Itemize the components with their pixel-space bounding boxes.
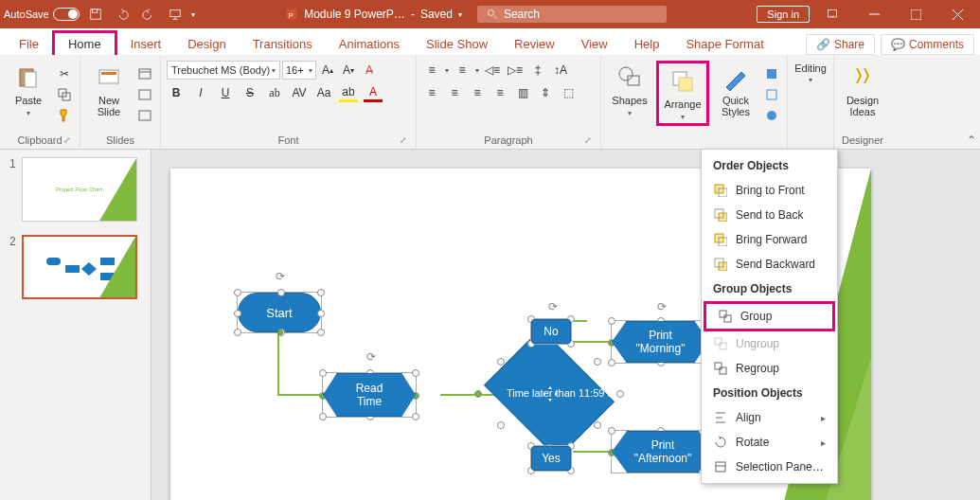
connector[interactable] [277, 332, 279, 394]
quick-styles-button[interactable]: Quick Styles [713, 61, 758, 117]
tab-animations[interactable]: Animations [326, 33, 413, 55]
rotate-handle-icon[interactable]: ⟳ [655, 300, 668, 313]
shape-fill-icon[interactable] [762, 64, 781, 83]
tab-home[interactable]: Home [52, 30, 117, 55]
italic-button[interactable]: I [191, 83, 210, 102]
menu-group[interactable]: Group [704, 301, 835, 331]
shape-print-afternoon[interactable]: Print "Afternoon" [611, 430, 715, 473]
slide-thumb-2[interactable]: 2 [9, 235, 141, 299]
tab-insert[interactable]: Insert [117, 33, 175, 55]
rotate-handle-icon[interactable]: ⟳ [274, 270, 287, 283]
cut-icon[interactable]: ✂ [55, 64, 74, 83]
indent-dec-icon[interactable]: ◁≡ [483, 61, 502, 80]
shape-read-time[interactable]: ⟳ Read Time [322, 372, 417, 418]
new-slide-button[interactable]: New Slide [86, 61, 132, 117]
ribbon-options-icon[interactable] [813, 0, 851, 28]
menu-send-to-back[interactable]: Send to Back [702, 203, 837, 227]
layout-icon[interactable] [135, 64, 154, 83]
shrink-font-icon[interactable]: A▾ [339, 61, 358, 80]
format-painter-icon[interactable] [55, 106, 74, 125]
autosave[interactable]: AutoSave [4, 8, 80, 21]
maximize-button[interactable] [897, 0, 935, 28]
editing-button[interactable]: Editing ▾ [793, 61, 828, 84]
tab-transitions[interactable]: Transitions [240, 33, 326, 55]
svg-rect-2 [169, 10, 180, 17]
bold-button[interactable]: B [167, 83, 186, 102]
menu-send-backward[interactable]: Send Backward [702, 252, 837, 277]
menu-bring-forward[interactable]: Bring Forward [702, 227, 837, 252]
present-icon[interactable] [165, 4, 186, 25]
shape-start[interactable]: ⟳ Start [237, 292, 322, 333]
font-color-icon[interactable]: A [364, 83, 383, 102]
align-left-icon[interactable]: ≡ [422, 83, 441, 102]
char-spacing-icon[interactable]: AV [290, 83, 309, 102]
smartart-icon[interactable]: ⬚ [559, 83, 578, 102]
line-spacing-icon[interactable]: ‡ [528, 61, 547, 80]
share-button[interactable]: 🔗Share [806, 34, 875, 55]
tab-help[interactable]: Help [621, 33, 673, 55]
align-right-icon[interactable]: ≡ [468, 83, 487, 102]
slide-thumbnail-pane[interactable]: 1 Project Flow Chart 2 [0, 150, 151, 500]
comments-button[interactable]: 💬Comments [881, 34, 974, 55]
tab-shape-format[interactable]: Shape Format [672, 33, 776, 55]
redo-icon[interactable] [138, 4, 159, 25]
paragraph-label: Paragraph [484, 134, 532, 146]
indent-inc-icon[interactable]: ▷≡ [506, 61, 525, 80]
shape-yes-label[interactable]: Yes [530, 445, 572, 472]
section-icon[interactable] [135, 106, 154, 125]
collapse-ribbon-icon[interactable]: ⌃ [967, 134, 976, 147]
shapes-button[interactable]: Shapes▾ [607, 61, 652, 118]
strike-button[interactable]: S [241, 83, 259, 102]
clear-format-icon[interactable]: A̶ [360, 61, 379, 80]
shape-effects-icon[interactable] [762, 106, 781, 125]
autosave-toggle[interactable] [53, 8, 80, 21]
columns-icon[interactable]: ▥ [513, 83, 532, 102]
menu-bring-to-front[interactable]: Bring to Front [702, 178, 837, 203]
font-name-combo[interactable]: Trebuchet MS (Body)▾ [167, 61, 280, 80]
menu-align[interactable]: Align▸ [702, 405, 837, 430]
highlight-icon[interactable]: ab [339, 83, 358, 102]
paste-button[interactable]: Paste▾ [6, 61, 51, 118]
change-case-icon[interactable]: Aa [314, 83, 333, 102]
clipboard-launcher-icon[interactable]: ⤢ [62, 135, 72, 145]
shape-decision[interactable]: ⟳ Time later than 11:59 am [478, 339, 620, 448]
menu-rotate[interactable]: Rotate▸ [702, 430, 837, 455]
close-button[interactable] [938, 0, 976, 28]
search-box[interactable]: Search [477, 6, 667, 23]
align-center-icon[interactable]: ≡ [445, 83, 464, 102]
shadow-button[interactable]: ab [265, 83, 284, 102]
text-direction-icon[interactable]: ↕A [551, 61, 570, 80]
sign-in-button[interactable]: Sign in [757, 6, 810, 23]
design-ideas-button[interactable]: Design Ideas [840, 61, 885, 117]
copy-icon[interactable] [55, 85, 74, 104]
shape-no-label[interactable]: ⟳ No [530, 318, 572, 345]
menu-regroup[interactable]: Regroup [702, 356, 837, 381]
shape-print-morning[interactable]: ⟳ Print "Morning" [611, 320, 710, 364]
grow-font-icon[interactable]: A▴ [318, 61, 337, 80]
align-text-icon[interactable]: ⇕ [536, 83, 555, 102]
bullets-icon[interactable]: ≡ [422, 61, 441, 80]
rotate-handle-icon[interactable]: ⟳ [365, 350, 378, 364]
tab-slideshow[interactable]: Slide Show [413, 33, 501, 55]
underline-button[interactable]: U [216, 83, 235, 102]
numbering-icon[interactable]: ≡ [453, 61, 472, 80]
tab-view[interactable]: View [568, 33, 621, 55]
design-ideas-icon [847, 62, 878, 93]
justify-icon[interactable]: ≡ [490, 83, 509, 102]
undo-icon[interactable] [112, 4, 133, 25]
tab-design[interactable]: Design [174, 33, 239, 55]
arrange-button[interactable]: Arrange▾ [660, 64, 705, 122]
tab-file[interactable]: File [6, 33, 52, 55]
save-icon[interactable] [85, 4, 106, 25]
tab-review[interactable]: Review [501, 33, 568, 55]
reset-icon[interactable] [135, 85, 154, 104]
shape-outline-icon[interactable] [762, 85, 781, 104]
minimize-button[interactable] [855, 0, 893, 28]
paragraph-launcher-icon[interactable]: ⤢ [583, 135, 593, 145]
font-launcher-icon[interactable]: ⤢ [399, 135, 408, 145]
menu-selection-pane[interactable]: Selection Pane… [702, 455, 837, 479]
slide-editor[interactable]: ⟳ Start ⟳ Read Time ⟳ [151, 150, 980, 500]
rotate-handle-icon[interactable]: ⟳ [546, 300, 560, 313]
font-size-combo[interactable]: 16+▾ [282, 61, 316, 80]
slide-thumb-1[interactable]: 1 Project Flow Chart [9, 157, 141, 222]
